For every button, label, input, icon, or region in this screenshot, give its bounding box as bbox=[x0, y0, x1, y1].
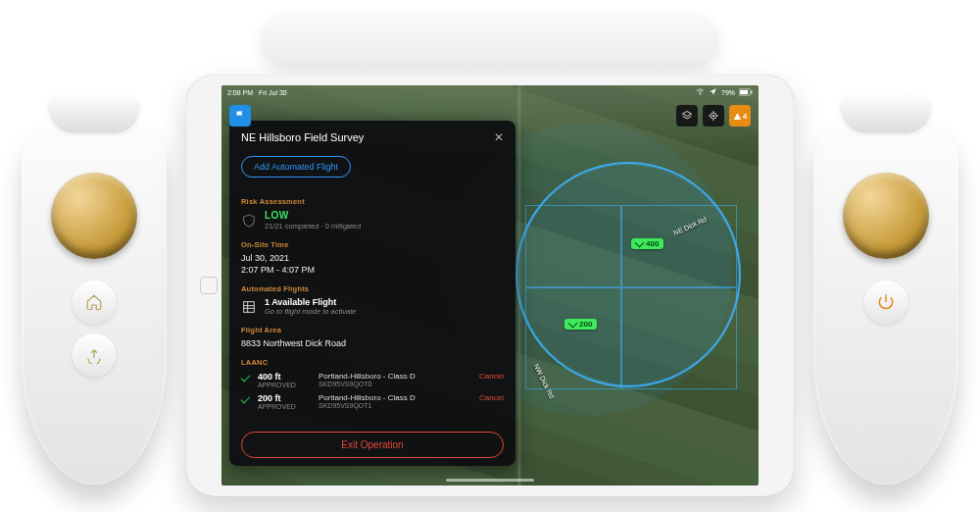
alerts-button[interactable]: 4 bbox=[729, 105, 751, 127]
laanc-alt: 200 ft bbox=[258, 393, 311, 403]
grid-cell bbox=[621, 287, 737, 389]
section-area-label: Flight Area bbox=[241, 326, 504, 334]
right-joystick[interactable] bbox=[843, 173, 929, 259]
laanc-id: SKD95VS9QOT0 bbox=[318, 381, 471, 387]
exit-operation-button[interactable]: Exit Operation bbox=[241, 432, 504, 458]
mission-panel: NE Hillsboro Field Survey ✕ Add Automate… bbox=[229, 121, 515, 466]
home-indicator[interactable] bbox=[446, 479, 534, 482]
flight-area-address: 8833 Northwest Dick Road bbox=[241, 338, 504, 348]
section-laanc-label: LAANC bbox=[241, 358, 504, 367]
svg-rect-2 bbox=[751, 90, 752, 93]
flight-area-circle[interactable] bbox=[515, 162, 741, 387]
svg-rect-3 bbox=[740, 89, 748, 93]
battery-icon bbox=[739, 88, 753, 97]
flight-path-icon bbox=[241, 299, 257, 315]
section-onsite-label: On-Site Time bbox=[241, 240, 504, 249]
onsite-range: 2:07 PM - 4:07 PM bbox=[241, 265, 504, 275]
map-toolbar: 4 bbox=[676, 105, 751, 127]
grid-cell bbox=[525, 205, 621, 287]
locate-button[interactable] bbox=[703, 105, 724, 127]
laanc-alt: 400 ft bbox=[258, 372, 311, 382]
controller-grip-right bbox=[813, 116, 958, 485]
left-trigger[interactable] bbox=[48, 92, 140, 133]
wifi-icon bbox=[696, 87, 705, 97]
status-bar: 2:08 PM Fri Jul 30 79% bbox=[221, 85, 759, 99]
tablet-device: 2:08 PM Fri Jul 30 79% bbox=[186, 75, 794, 496]
home-button[interactable] bbox=[73, 281, 116, 324]
tablet-home-button[interactable] bbox=[200, 277, 218, 294]
check-icon bbox=[241, 394, 251, 404]
controller-grip-left bbox=[22, 116, 167, 485]
alerts-count: 4 bbox=[743, 112, 747, 121]
risk-level: LOW bbox=[265, 210, 361, 221]
check-icon bbox=[241, 373, 251, 383]
svg-point-5 bbox=[712, 115, 714, 117]
close-icon[interactable]: ✕ bbox=[494, 130, 504, 144]
onsite-date: Jul 30, 2021 bbox=[241, 253, 504, 263]
section-automated-label: Automated Flights bbox=[241, 284, 504, 293]
risk-detail: 21/21 completed · 0 mitigated bbox=[265, 222, 361, 230]
laanc-cancel-link[interactable]: Cancel bbox=[479, 372, 504, 381]
laanc-airspace: Portland-Hillsboro - Class D bbox=[318, 372, 471, 381]
laanc-id: SKD95VS9QOT1 bbox=[318, 402, 471, 409]
add-automated-flight-button[interactable]: Add Automated Flight bbox=[241, 156, 351, 178]
laanc-row: 400 ft APPROVED Portland-Hillsboro - Cla… bbox=[241, 372, 504, 388]
svg-rect-6 bbox=[244, 301, 255, 312]
power-button[interactable] bbox=[864, 281, 907, 324]
status-time: 2:08 PM bbox=[227, 89, 253, 96]
left-joystick[interactable] bbox=[51, 173, 137, 259]
laanc-airspace: Portland-Hillsboro - Class D bbox=[318, 393, 471, 402]
shield-icon bbox=[241, 213, 257, 229]
gps-icon bbox=[709, 87, 717, 97]
status-date: Fri Jul 30 bbox=[259, 89, 287, 96]
mission-flag-button[interactable] bbox=[229, 105, 251, 127]
altitude-marker-200[interactable]: 200 bbox=[564, 319, 597, 330]
laanc-cancel-link[interactable]: Cancel bbox=[479, 393, 504, 402]
laanc-status: APPROVED bbox=[258, 382, 311, 388]
road-label: NE Dick Rd bbox=[672, 216, 708, 236]
altitude-marker-400[interactable]: 400 bbox=[631, 238, 663, 249]
controller-antenna bbox=[260, 12, 720, 69]
grid-cell bbox=[621, 205, 737, 287]
right-trigger[interactable] bbox=[840, 92, 932, 133]
grid-cell bbox=[525, 287, 621, 389]
laanc-row: 200 ft APPROVED Portland-Hillsboro - Cla… bbox=[241, 393, 504, 410]
status-battery: 79% bbox=[721, 89, 735, 96]
svg-point-0 bbox=[700, 93, 701, 94]
laanc-status: APPROVED bbox=[258, 403, 311, 410]
upload-button[interactable] bbox=[73, 333, 116, 377]
panel-title: NE Hillsboro Field Survey bbox=[241, 131, 364, 143]
road-label: NW Dick Rd bbox=[533, 363, 556, 399]
automated-flight-title: 1 Available Flight bbox=[265, 297, 356, 307]
app-screen: 2:08 PM Fri Jul 30 79% bbox=[221, 85, 759, 486]
automated-flight-sub: Go to flight mode to activate bbox=[265, 307, 356, 316]
layers-button[interactable] bbox=[676, 105, 698, 127]
section-risk-label: Risk Assessment bbox=[241, 197, 504, 206]
